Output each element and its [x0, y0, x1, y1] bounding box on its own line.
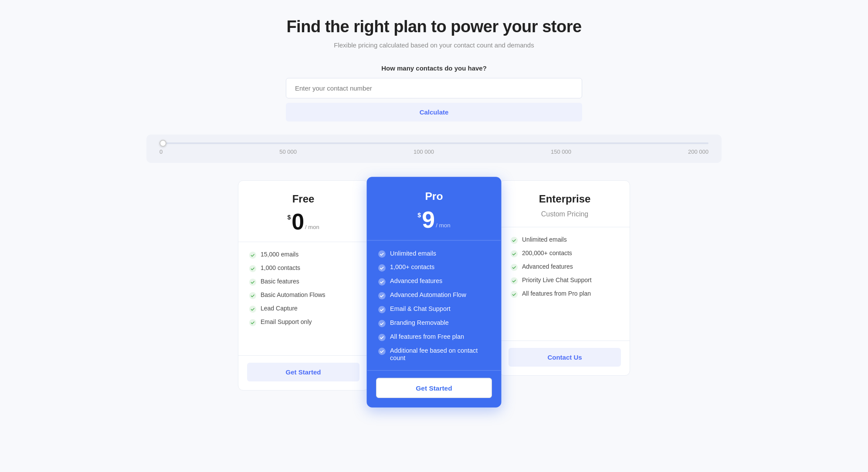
feature-item: Branding Removable	[378, 319, 490, 328]
slider-label-50k: 50 000	[279, 148, 297, 155]
plan-footer-pro: Get Started	[367, 370, 501, 407]
plan-name-free: Free	[249, 193, 358, 205]
feature-item: 1,000+ contacts	[378, 263, 490, 272]
check-icon	[378, 250, 386, 258]
feature-item: Advanced Automation Flow	[378, 291, 490, 300]
slider-thumb[interactable]	[159, 140, 166, 147]
svg-point-10	[378, 306, 386, 314]
feature-item: Priority Live Chat Support	[510, 276, 619, 285]
svg-point-0	[249, 252, 256, 259]
plan-card-free: Free$0/ mon15,000 emails1,000 contactsBa…	[238, 180, 369, 391]
check-icon	[510, 236, 518, 244]
feature-text: Advanced features	[522, 263, 573, 270]
feature-text: Email & Chat Support	[390, 305, 451, 312]
svg-point-6	[378, 250, 386, 258]
plan-custom-pricing-enterprise: Custom Pricing	[510, 210, 619, 218]
plan-button-free[interactable]: Get Started	[247, 363, 359, 381]
feature-item: Basic features	[249, 278, 358, 286]
feature-item: 1,000 contacts	[249, 264, 358, 273]
check-icon	[378, 292, 386, 300]
svg-point-13	[378, 348, 386, 355]
plan-name-enterprise: Enterprise	[510, 193, 619, 205]
check-icon	[378, 278, 386, 286]
check-icon	[249, 251, 257, 259]
svg-point-7	[378, 264, 386, 272]
feature-text: 200,000+ contacts	[522, 249, 572, 256]
page-subtitle: Flexible pricing calculated based on you…	[334, 41, 534, 49]
plan-button-pro[interactable]: Get Started	[376, 378, 492, 398]
feature-item: Email Support only	[249, 318, 358, 327]
contact-input[interactable]	[286, 78, 582, 98]
feature-text: 1,000+ contacts	[390, 263, 434, 270]
feature-text: Branding Removable	[390, 319, 449, 326]
feature-text: All features from Free plan	[390, 333, 464, 340]
price-period-pro: / mon	[436, 222, 450, 228]
price-amount-pro: 9	[422, 208, 435, 231]
plan-card-pro: Pro$9/ monUnlimited emails1,000+ contact…	[367, 177, 502, 407]
feature-text: Basic Automation Flows	[261, 291, 326, 298]
svg-point-1	[249, 265, 256, 272]
plan-header-free: Free$0/ mon	[238, 181, 368, 242]
feature-text: Basic features	[261, 278, 299, 285]
feature-text: Additional fee based on contact count	[390, 347, 490, 361]
check-icon	[510, 250, 518, 258]
feature-text: 15,000 emails	[261, 251, 298, 258]
feature-text: 1,000 contacts	[261, 264, 300, 271]
svg-point-4	[249, 306, 256, 313]
plan-price-row-pro: $9/ mon	[378, 208, 490, 231]
contact-section: How many contacts do you have? Calculate	[286, 64, 582, 121]
check-icon	[249, 292, 257, 300]
contact-label: How many contacts do you have?	[286, 64, 582, 72]
svg-point-18	[511, 291, 518, 298]
plan-name-pro: Pro	[378, 190, 490, 202]
svg-point-12	[378, 334, 386, 341]
plan-footer-free: Get Started	[238, 355, 368, 390]
slider-label-0: 0	[159, 148, 163, 155]
svg-point-2	[249, 279, 256, 286]
svg-point-11	[378, 320, 386, 327]
slider-label-150k: 150 000	[551, 148, 571, 155]
feature-item: All features from Pro plan	[510, 290, 619, 298]
plans-container: Free$0/ mon15,000 emails1,000 contactsBa…	[216, 180, 652, 404]
check-icon	[510, 263, 518, 271]
plan-header-pro: Pro$9/ mon	[367, 177, 501, 240]
plan-footer-enterprise: Contact Us	[500, 341, 630, 375]
check-icon	[249, 278, 257, 286]
svg-point-15	[511, 250, 518, 257]
slider-labels: 0 50 000 100 000 150 000 200 000	[159, 148, 709, 155]
feature-text: Email Support only	[261, 318, 312, 325]
svg-point-14	[511, 237, 518, 244]
svg-point-9	[378, 292, 386, 300]
feature-text: All features from Pro plan	[522, 290, 591, 297]
plan-card-enterprise: EnterpriseCustom PricingUnlimited emails…	[499, 180, 630, 376]
check-icon	[378, 306, 386, 314]
feature-text: Advanced Automation Flow	[390, 291, 466, 298]
feature-item: Unlimited emails	[510, 236, 619, 244]
feature-item: 200,000+ contacts	[510, 249, 619, 258]
price-dollar-pro: $	[417, 212, 421, 219]
feature-item: Unlimited emails	[378, 249, 490, 258]
slider-track[interactable]	[159, 142, 709, 144]
calculate-button[interactable]: Calculate	[286, 103, 582, 121]
feature-item: 15,000 emails	[249, 251, 358, 259]
plan-features-enterprise: Unlimited emails200,000+ contactsAdvance…	[500, 227, 630, 341]
plan-button-enterprise[interactable]: Contact Us	[509, 348, 621, 367]
slider-label-200k: 200 000	[688, 148, 709, 155]
feature-item: All features from Free plan	[378, 333, 490, 342]
price-amount-free: 0	[292, 210, 304, 233]
plan-price-row-free: $0/ mon	[249, 210, 358, 233]
check-icon	[249, 319, 257, 327]
feature-text: Unlimited emails	[390, 249, 436, 256]
svg-point-16	[511, 264, 518, 271]
plan-header-enterprise: EnterpriseCustom Pricing	[500, 181, 630, 227]
feature-item: Additional fee based on contact count	[378, 347, 490, 361]
feature-text: Advanced features	[390, 277, 442, 284]
check-icon	[510, 277, 518, 285]
plan-features-pro: Unlimited emails1,000+ contactsAdvanced …	[367, 241, 501, 371]
feature-text: Priority Live Chat Support	[522, 276, 592, 283]
svg-point-17	[511, 277, 518, 284]
check-icon	[249, 305, 257, 313]
svg-point-8	[378, 278, 386, 286]
feature-item: Basic Automation Flows	[249, 291, 358, 300]
feature-item: Advanced features	[510, 263, 619, 271]
